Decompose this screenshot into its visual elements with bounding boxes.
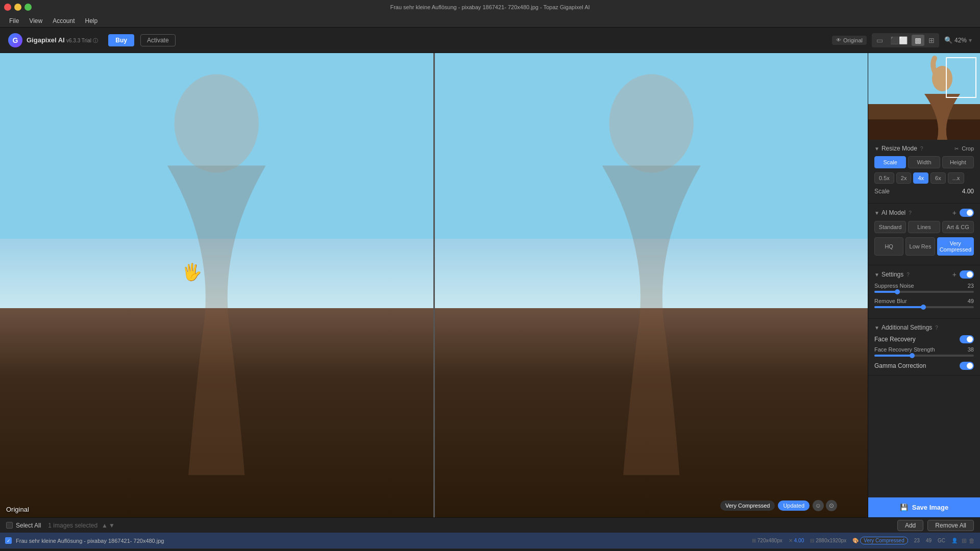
zoom-icon[interactable]: 🔍 <box>944 36 952 44</box>
view-toggle-group: ▭ ⬛⬜ ▩ ⊞ <box>872 33 939 47</box>
menubar: File View Account Help <box>0 14 980 28</box>
settings-plus[interactable]: + <box>952 270 957 279</box>
model-hq[interactable]: HQ <box>874 237 903 256</box>
nav-up[interactable]: ▲ <box>102 522 108 529</box>
right-panel: ▼ Resize Mode ? ✂ Crop Scale Width Heigh… <box>868 53 980 517</box>
model-lines[interactable]: Lines <box>908 221 940 233</box>
height-button[interactable]: Height <box>942 156 974 168</box>
menu-view[interactable]: View <box>24 16 47 26</box>
suppress-noise-row: Suppress Noise 23 <box>874 283 974 293</box>
face-icon-0: 👤 <box>951 538 958 543</box>
minimize-button[interactable] <box>14 4 21 11</box>
app-version: v6.3.3 Trial <box>66 38 91 43</box>
face-recovery-toggle[interactable] <box>960 335 974 343</box>
canvas-inner: Original 🖐 Very Compressed <box>0 53 868 517</box>
thumbnail-area <box>868 53 980 140</box>
nav-down[interactable]: ▼ <box>109 522 115 529</box>
scale-custom[interactable]: ...x <box>948 172 965 184</box>
ai-model-section: ▼ AI Model ? + Standard Lines Art & CG H… <box>868 204 980 265</box>
delete-icon-0[interactable]: 🗑 <box>969 537 975 544</box>
resize-mode-help[interactable]: ? <box>920 146 923 152</box>
activate-button[interactable]: Activate <box>140 34 176 46</box>
ai-model-chevron[interactable]: ▼ <box>874 210 879 216</box>
model-art-cg[interactable]: Art & CG <box>942 221 974 233</box>
model-standard[interactable]: Standard <box>874 221 906 233</box>
face-recovery-label: Face Recovery <box>874 336 916 343</box>
original-image-overlay <box>0 53 433 517</box>
file-row-1[interactable]: Frau kleine Auflösung - pixabay 1867421 … <box>0 549 980 551</box>
gamma-correction-toggle[interactable] <box>960 362 974 370</box>
original-view-toggle[interactable]: 👁 Original <box>832 36 867 45</box>
thumbnail-image <box>868 53 980 140</box>
canvas-divider[interactable] <box>433 53 435 517</box>
view-single[interactable]: ▭ <box>873 35 886 46</box>
settings-toggle[interactable] <box>960 270 974 279</box>
scale-05x[interactable]: 0.5x <box>874 172 894 184</box>
face-recovery-strength-thumb[interactable] <box>910 353 915 358</box>
suppress-noise-fill <box>874 291 897 293</box>
svg-point-1 <box>609 74 693 172</box>
badge-icon-smiley[interactable]: ☺ <box>813 500 824 511</box>
add-button[interactable]: Add <box>897 520 923 531</box>
remove-blur-thumb[interactable] <box>921 305 926 310</box>
logo-area: G Gigapixel AI v6.3.3 Trial ⓘ <box>8 33 98 47</box>
suppress-noise-thumb[interactable] <box>895 289 900 294</box>
resize-mode-chevron[interactable]: ▼ <box>874 146 879 152</box>
width-button[interactable]: Width <box>908 156 940 168</box>
ai-model-row1: Standard Lines Art & CG <box>874 221 974 233</box>
settings-chevron[interactable]: ▼ <box>874 272 879 278</box>
menu-help[interactable]: Help <box>80 16 103 26</box>
remove-blur-label: Remove Blur <box>874 298 907 304</box>
ai-model-toggle[interactable] <box>960 209 974 217</box>
settings-header: ▼ Settings ? + <box>874 270 974 279</box>
scale-4x[interactable]: 4x <box>913 172 928 184</box>
model-badge: Very Compressed <box>720 500 775 511</box>
bottom-bar: Select All 1 images selected ▲ ▼ Add Rem… <box>0 517 980 533</box>
save-button[interactable]: 💾 Save Image <box>868 497 980 517</box>
additional-settings-label: Additional Settings <box>881 324 932 331</box>
scale-6x[interactable]: 6x <box>930 172 946 184</box>
scale-value-row: Scale 4.00 <box>874 188 974 195</box>
menu-account[interactable]: Account <box>47 16 80 26</box>
additional-settings-help[interactable]: ? <box>935 325 938 331</box>
face-recovery-strength-fill <box>874 355 912 357</box>
close-button[interactable] <box>4 4 11 11</box>
toolbar: G Gigapixel AI v6.3.3 Trial ⓘ Buy Activa… <box>0 28 980 53</box>
scale-2x[interactable]: 2x <box>896 172 912 184</box>
view-split-v[interactable]: ⬛⬜ <box>887 35 911 46</box>
additional-settings-header: ▼ Additional Settings ? <box>874 324 974 331</box>
canvas-original: Original 🖐 <box>0 53 433 517</box>
model-low-res[interactable]: Low Res <box>905 237 935 256</box>
model-very-compressed[interactable]: Very Compressed <box>937 237 974 256</box>
remove-blur-track[interactable] <box>874 306 974 308</box>
view-split-h[interactable]: ▩ <box>912 35 924 46</box>
face-recovery-strength-row: Face Recovery Strength 38 <box>874 346 974 357</box>
window-title: Frau sehr kleine Auflösung - pixabay 186… <box>32 4 948 10</box>
ai-model-help[interactable]: ? <box>909 210 912 216</box>
model-tag-0: Very Compressed <box>860 537 908 544</box>
resize-mode-actions: ✂ Crop <box>954 145 974 152</box>
grid-icon-0[interactable]: ⊞ <box>962 537 967 544</box>
remove-all-button[interactable]: Remove All <box>927 520 974 531</box>
suppress-noise-track[interactable] <box>874 291 974 293</box>
badge-icon-compare[interactable]: ⊙ <box>826 500 837 511</box>
view-grid[interactable]: ⊞ <box>925 35 938 46</box>
zoom-chevron[interactable]: ▾ <box>969 37 972 44</box>
ai-model-plus[interactable]: + <box>952 209 957 217</box>
face-recovery-strength-track[interactable] <box>874 355 974 357</box>
gamma-correction-row: Gamma Correction <box>874 362 974 370</box>
scale-preset-row: 0.5x 2x 4x 6x ...x <box>874 172 974 184</box>
select-all-checkbox[interactable] <box>6 522 13 529</box>
canvas-area[interactable]: Original 🖐 Very Compressed <box>0 53 868 517</box>
file-row-0[interactable]: ✓ Frau sehr kleine Auflösung - pixabay 1… <box>0 533 980 549</box>
select-all-label[interactable]: Select All <box>16 522 41 529</box>
buy-button[interactable]: Buy <box>108 34 134 46</box>
output-icon-0: ⊟ <box>810 538 814 543</box>
settings-help[interactable]: ? <box>906 272 910 278</box>
file-check-0[interactable]: ✓ <box>5 537 12 544</box>
badge-icons: ☺ ⊙ <box>813 500 837 511</box>
scale-button[interactable]: Scale <box>874 156 906 168</box>
menu-file[interactable]: File <box>4 16 24 26</box>
maximize-button[interactable] <box>24 4 32 11</box>
additional-settings-chevron[interactable]: ▼ <box>874 325 879 331</box>
